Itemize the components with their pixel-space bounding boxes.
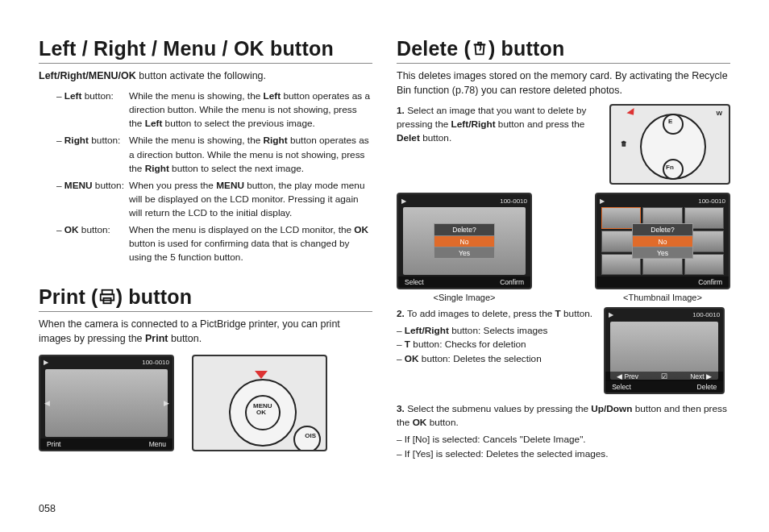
trash-icon xyxy=(471,39,488,57)
button-definition-list: – Left button: While the menu is showing… xyxy=(56,89,372,264)
lcd-file-number: 100-0010 xyxy=(698,197,725,205)
dialog-option-no: No xyxy=(434,235,494,247)
nav-prev: ◀ Prev xyxy=(617,372,638,381)
section-title-print: Print ( ) button xyxy=(39,285,372,312)
play-icon: ▶ xyxy=(609,310,613,320)
softkey-select: Select xyxy=(405,278,424,286)
softkey-confirm: Confirm xyxy=(500,278,524,286)
dialog-option-yes: Yes xyxy=(633,247,692,258)
left-column: Left / Right / Menu / OK button Left/Rig… xyxy=(39,37,372,516)
play-icon: ▶ xyxy=(44,359,48,366)
softkey-delete: Delete xyxy=(697,382,717,392)
def-menu-button: – MENU button: When you press the MENU b… xyxy=(56,179,372,220)
caption-thumbnail: <Thumbnail Image> xyxy=(623,293,702,302)
camera-dpad-diagram: E Fn W 🗑 xyxy=(609,104,730,185)
section-title-lrmok: Left / Right / Menu / OK button xyxy=(39,37,372,64)
lead-delete: This deletes images stored on the memory… xyxy=(397,69,730,98)
nav-left-icon: ◀ xyxy=(42,397,52,409)
lcd-file-number: 100-0010 xyxy=(692,310,720,320)
step-2: 2. To add images to delete, press the T … xyxy=(397,307,730,394)
step-3: 3. Select the submenu values by pressing… xyxy=(397,402,730,460)
softkey-print: Print xyxy=(47,440,60,448)
thumbnail-image-figure: ▶ 100-0010 Delete? No Yes xyxy=(595,193,730,302)
softkey-menu: Menu xyxy=(149,440,166,448)
lcd-file-number: 100-0010 xyxy=(142,359,169,366)
softkey-select: Select xyxy=(612,382,631,392)
lead-lrmok: Left/Right/MENU/OK button activate the f… xyxy=(39,69,372,83)
caption-single: <Single Image> xyxy=(433,293,495,302)
right-column: Delete ( ) button This deletes images st… xyxy=(397,37,730,516)
arrow-down-icon xyxy=(255,371,268,379)
lcd-file-number: 100-0010 xyxy=(500,197,527,205)
print-lcd-figure: ▶ 100-0010 ◀ ▶ Print Menu xyxy=(39,355,174,451)
arrow-down-icon xyxy=(626,108,637,118)
printer-icon xyxy=(98,288,116,305)
step2-lcd: ▶ 100-0010 ◀ Prev ☑ Next ▶ Select xyxy=(604,307,725,394)
nav-next: Next ▶ xyxy=(690,372,712,381)
delete-dialog: Delete? No Yes xyxy=(632,223,693,259)
def-left-button: – Left button: While the menu is showing… xyxy=(56,89,372,131)
softkey-confirm: Confirm xyxy=(698,278,722,286)
play-icon: ▶ xyxy=(401,197,406,205)
single-image-figure: ▶ 100-0010 Delete? No Yes Select Confirm… xyxy=(397,193,532,302)
def-ok-button: – OK button: When the menu is displayed … xyxy=(56,223,372,264)
dialog-option-no: No xyxy=(633,235,692,247)
dialog-option-yes: Yes xyxy=(434,247,494,258)
nav-right-icon: ▶ xyxy=(161,397,171,409)
page-number: 058 xyxy=(39,503,56,514)
step-1: 1. Select an image that you want to dele… xyxy=(397,104,730,185)
checkbox-icon: ☑ xyxy=(661,372,667,381)
delete-dialog: Delete? No Yes xyxy=(434,223,495,259)
lead-print: When the camera is connected to a PictBr… xyxy=(39,317,372,346)
print-button-diagram: MENU OK OIS xyxy=(192,355,327,451)
trash-small-icon: 🗑 xyxy=(621,139,627,149)
play-icon: ▶ xyxy=(600,197,605,205)
def-right-button: – Right button: While the menu is showin… xyxy=(56,134,372,175)
section-title-delete: Delete ( ) button xyxy=(397,37,730,64)
